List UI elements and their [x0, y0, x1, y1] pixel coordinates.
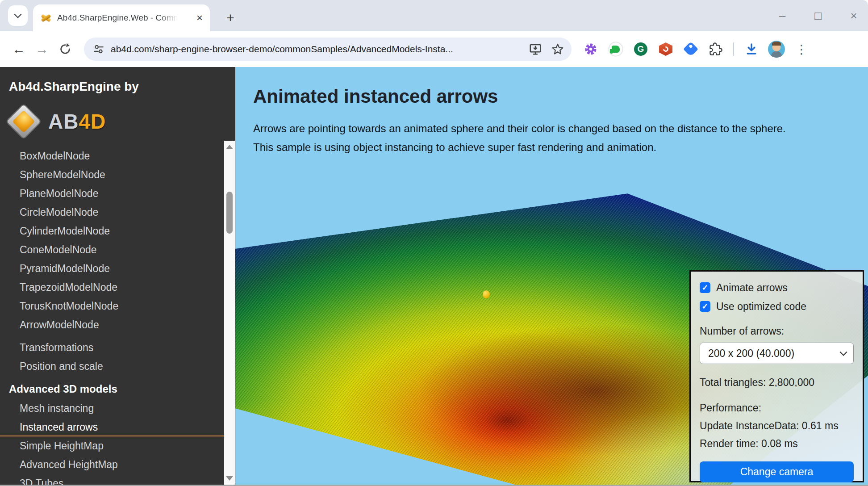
sidebar-item-instanced-arrows[interactable]: Instanced arrows: [0, 418, 225, 436]
ab4d-logo: AB4D: [11, 104, 106, 139]
reload-icon: [59, 43, 71, 55]
scrollbar-up-icon[interactable]: [226, 145, 233, 149]
total-triangles-text: Total triangles: 2,800,000: [700, 377, 854, 389]
url-text[interactable]: ab4d.com/sharp-engine-browser-demo/commo…: [111, 44, 524, 54]
animate-arrows-label: Animate arrows: [716, 282, 788, 294]
downloads-button[interactable]: [742, 40, 761, 59]
sidebar-item-spheremodelnode[interactable]: SphereModelNode: [0, 165, 225, 184]
number-of-arrows-value: 200 x 200 (40.000): [708, 348, 794, 360]
back-button[interactable]: ←: [7, 38, 30, 61]
bookmark-star-icon[interactable]: [551, 42, 564, 56]
tab-title: Ab4d.SharpEngine.Web - Comm: [57, 13, 180, 23]
chevron-down-icon: [840, 348, 847, 356]
sidebar-item-transformations[interactable]: Transformations: [0, 338, 225, 357]
forward-button[interactable]: →: [30, 38, 54, 61]
performance-label: Performance:: [700, 402, 854, 414]
window-controls: – □ ×: [774, 0, 862, 31]
sidebar-item-circlemodelnode[interactable]: CircleModelNode: [0, 203, 225, 222]
scrollbar-down-icon[interactable]: [226, 476, 233, 481]
sidebar-item-conemodelnode[interactable]: ConeModelNode: [0, 240, 225, 259]
render-time-text: Render time: 0.08 ms: [700, 438, 854, 450]
update-instancedata-text: Update InstanceData: 0.61 ms: [700, 420, 854, 432]
animate-arrows-row: ✓ Animate arrows: [700, 279, 854, 297]
sidebar-item-pyramidmodelnode[interactable]: PyramidModelNode: [0, 259, 225, 278]
extensions-row: G ⋮: [581, 40, 811, 59]
tab-strip: Ab4d.SharpEngine.Web - Comm × + – □ ×: [0, 0, 868, 31]
samples-nav: BoxModelNode SphereModelNode PlaneModelN…: [0, 147, 225, 485]
install-app-icon[interactable]: [529, 42, 542, 56]
address-bar[interactable]: ab4d.com/sharp-engine-browser-demo/commo…: [84, 38, 572, 61]
use-optimized-code-label: Use optimized code: [716, 301, 806, 313]
use-optimized-code-checkbox[interactable]: ✓: [700, 301, 710, 312]
sidebar-heading: Ab4d.SharpEngine by: [9, 80, 139, 94]
extension-evernote-icon[interactable]: [606, 40, 625, 59]
minimize-button[interactable]: –: [774, 9, 790, 23]
tab-search-button[interactable]: [8, 5, 28, 26]
page-content: Ab4d.SharpEngine by AB4D BoxModelNode Sp…: [0, 67, 868, 485]
profile-avatar[interactable]: [767, 40, 786, 59]
extensions-puzzle-icon[interactable]: [706, 40, 725, 59]
sidebar-item-cylindermodelnode[interactable]: CylinderModelNode: [0, 222, 225, 240]
chevron-down-icon: [14, 11, 22, 18]
tab-close-icon[interactable]: ×: [196, 13, 203, 23]
active-tab[interactable]: Ab4d.SharpEngine.Web - Comm ×: [33, 4, 210, 31]
sidebar-item-torusknotmodelnode[interactable]: TorusKnotModelNode: [0, 297, 225, 315]
sidebar-header-advanced-3d-models: Advanced 3D models: [0, 379, 225, 399]
number-of-arrows-select[interactable]: 200 x 200 (40.000): [700, 343, 854, 364]
use-optimized-code-row: ✓ Use optimized code: [700, 297, 854, 315]
number-of-arrows-label: Number of arrows:: [700, 325, 854, 337]
description-line-1: Arrows are pointing towards an animated …: [253, 119, 786, 138]
extension-grammarly-icon[interactable]: G: [631, 40, 650, 59]
ab4d-logo-text: AB4D: [48, 109, 106, 134]
reload-button[interactable]: [54, 38, 77, 61]
download-icon: [745, 42, 758, 56]
maximize-button[interactable]: □: [810, 9, 826, 23]
nav-group-gap: [0, 334, 225, 338]
extension-gear-icon[interactable]: [581, 40, 600, 59]
site-settings-icon[interactable]: [93, 43, 104, 55]
browser-window: Ab4d.SharpEngine.Web - Comm × + – □ × ← …: [0, 0, 868, 486]
sidebar-scrollbar[interactable]: [224, 141, 235, 485]
browser-menu-button[interactable]: ⋮: [792, 40, 811, 59]
sidebar-item-advanced-heightmap[interactable]: Advanced HeightMap: [0, 455, 225, 474]
close-button[interactable]: ×: [846, 9, 862, 23]
animate-arrows-checkbox[interactable]: ✓: [700, 282, 710, 293]
sidebar-item-arrowmodelnode[interactable]: ArrowModelNode: [0, 315, 225, 334]
extension-hexagon-icon[interactable]: [656, 40, 675, 59]
scrollbar-thumb[interactable]: [226, 192, 233, 234]
sidebar-item-position-and-scale[interactable]: Position and scale: [0, 357, 225, 376]
new-tab-button[interactable]: +: [221, 8, 240, 28]
sidebar-item-planemodelnode[interactable]: PlaneModelNode: [0, 184, 225, 203]
settings-panel: ✓ Animate arrows ✓ Use optimized code Nu…: [689, 270, 864, 482]
sample-view: Animated instanced arrows Arrows are poi…: [235, 67, 868, 485]
sidebar-item-boxmodelnode[interactable]: BoxModelNode: [0, 147, 225, 165]
change-camera-button[interactable]: Change camera: [700, 461, 854, 482]
animated-sphere: [483, 290, 490, 298]
sidebar-item-simple-heightmap[interactable]: Simple HeightMap: [0, 436, 225, 455]
extension-tag-icon[interactable]: [681, 40, 700, 59]
page-description: Arrows are pointing towards an animated …: [253, 119, 786, 157]
page-title: Animated instanced arrows: [253, 86, 498, 107]
description-line-2: This sample is using object instancing t…: [253, 138, 786, 157]
sidebar-item-3d-tubes[interactable]: 3D Tubes: [0, 474, 225, 485]
sidebar-item-mesh-instancing[interactable]: Mesh instancing: [0, 399, 225, 418]
samples-sidebar: Ab4d.SharpEngine by AB4D BoxModelNode Sp…: [0, 67, 235, 485]
sidebar-item-trapezoidmodelnode[interactable]: TrapezoidModelNode: [0, 278, 225, 297]
toolbar-separator: [733, 42, 734, 56]
ab4d-logo-diamond-icon: [5, 103, 42, 140]
site-favicon-icon: [40, 12, 52, 24]
browser-toolbar: ← → ab4d.com/sharp-engine-browser-demo/c…: [0, 31, 868, 67]
